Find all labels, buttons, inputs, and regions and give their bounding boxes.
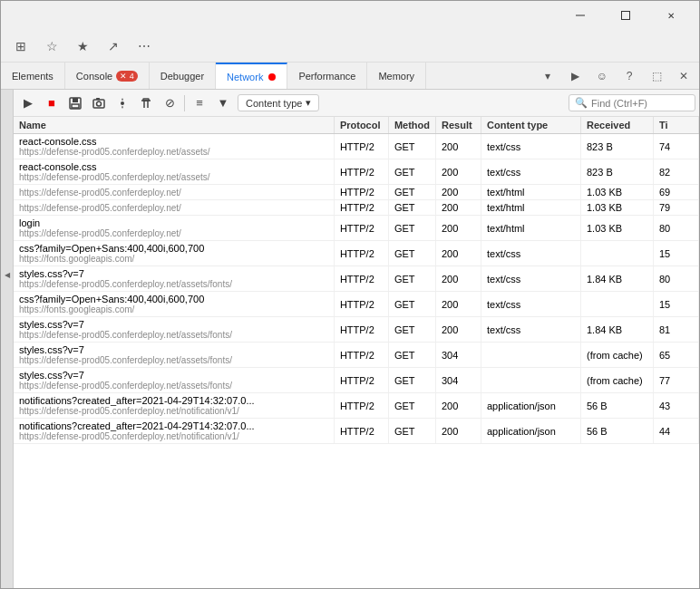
cell-result: 304 (436, 343, 481, 368)
more-icon[interactable]: ⋯ (131, 34, 157, 59)
toolbar-divider (184, 95, 185, 111)
cell-name: styles.css?v=7 (19, 268, 84, 279)
cell-time: 43 (654, 393, 699, 419)
table-row[interactable]: loginhttps://defense-prod05.conferdeploy… (14, 216, 699, 241)
col-header-time[interactable]: Ti (654, 117, 699, 134)
cell-protocol: HTTP/2 (334, 368, 388, 393)
star-icon[interactable]: ☆ (39, 34, 64, 59)
col-header-received[interactable]: Received (581, 117, 654, 134)
cell-received: 56 B (581, 393, 654, 419)
network-table: Name Protocol Method Result Content type… (14, 117, 699, 444)
col-header-method[interactable]: Method (388, 117, 435, 134)
cell-contenttype: text/html (481, 216, 581, 241)
table-row[interactable]: https://defense-prod05.conferdeploy.net/… (14, 185, 699, 200)
col-header-contenttype[interactable]: Content type (481, 117, 581, 134)
col-header-name[interactable]: Name (14, 117, 334, 134)
cell-protocol: HTTP/2 (334, 419, 388, 444)
cell-time: 81 (654, 317, 699, 343)
favorite-icon[interactable]: ★ (70, 34, 95, 59)
close-devtools-icon[interactable]: ✕ (672, 64, 695, 88)
filter-dropdown-button[interactable]: ▼ (212, 92, 234, 114)
tab-memory[interactable]: Memory (367, 63, 426, 89)
cell-method: GET (388, 419, 435, 444)
table-row[interactable]: notifications?created_after=2021-04-29T1… (14, 393, 699, 419)
play-icon[interactable]: ▶ (563, 64, 587, 88)
svg-rect-1 (622, 12, 630, 20)
table-row[interactable]: https://defense-prod05.conferdeploy.net/… (14, 200, 699, 216)
bookmark-icon[interactable]: ⊞ (8, 34, 34, 59)
cell-url: https://defense-prod05.conferdeploy.net/ (19, 188, 328, 198)
cell-name: styles.css?v=7 (19, 319, 84, 330)
minimize-button[interactable] (559, 1, 601, 30)
search-box[interactable]: 🔍 (569, 94, 695, 111)
screenshot-button[interactable] (88, 92, 110, 114)
filter-icon[interactable]: ▾ (536, 64, 559, 88)
cell-protocol: HTTP/2 (334, 317, 388, 343)
help-icon[interactable]: ? (617, 64, 641, 88)
share-icon[interactable]: ↗ (101, 34, 126, 59)
left-panel: ◀ (1, 90, 14, 588)
cell-received (581, 241, 654, 266)
play-pause-button[interactable]: ▶ (17, 92, 39, 114)
tab-network[interactable]: Network (216, 63, 287, 89)
undock-icon[interactable]: ⬚ (645, 64, 668, 88)
cell-contenttype: text/css (481, 159, 581, 185)
panel-arrow-icon[interactable]: ◀ (5, 271, 10, 279)
maximize-button[interactable] (605, 1, 647, 30)
save-log-button[interactable] (64, 92, 86, 114)
table-row[interactable]: css?family=Open+Sans:400,400i,600,700htt… (14, 292, 699, 317)
tab-console-label: Console (76, 71, 112, 82)
table-row[interactable]: react-console.csshttps://defense-prod05.… (14, 159, 699, 185)
devtools-tabs: Elements Console ✕ 4 Debugger Network Pe… (1, 63, 699, 90)
cell-url: https://fonts.googleapis.com/ (19, 254, 328, 264)
cell-result: 200 (436, 200, 481, 216)
table-row[interactable]: css?family=Open+Sans:400,400i,600,700htt… (14, 241, 699, 266)
cell-method: GET (388, 393, 435, 419)
tab-performance[interactable]: Performance (287, 63, 367, 89)
search-input[interactable] (591, 98, 689, 109)
cell-url: https://defense-prod05.conferdeploy.net/… (19, 431, 328, 441)
tab-performance-label: Performance (298, 71, 355, 82)
devtools-panel: ▶ ■ ⊘ ≡ ▼ Content type (14, 90, 699, 588)
cell-received: 1.03 KB (581, 185, 654, 200)
table-row[interactable]: styles.css?v=7https://defense-prod05.con… (14, 266, 699, 292)
cell-result: 200 (436, 159, 481, 185)
table-row[interactable]: styles.css?v=7https://defense-prod05.con… (14, 343, 699, 368)
cell-method: GET (388, 159, 435, 185)
tab-debugger[interactable]: Debugger (150, 63, 216, 89)
cell-contenttype: text/html (481, 200, 581, 216)
col-header-result[interactable]: Result (436, 117, 481, 134)
block-requests-button[interactable]: ⊘ (159, 92, 180, 114)
cell-protocol: HTTP/2 (334, 343, 388, 368)
table-row[interactable]: notifications?created_after=2021-04-29T1… (14, 419, 699, 444)
cell-name: css?family=Open+Sans:400,400i,600,700 (19, 294, 204, 304)
content-type-filter-button[interactable]: Content type ▾ (238, 94, 319, 111)
cell-contenttype: text/css (481, 241, 581, 266)
cell-url: https://defense-prod05.conferdeploy.net/… (19, 406, 328, 416)
col-header-protocol[interactable]: Protocol (334, 117, 388, 134)
cell-url: https://defense-prod05.conferdeploy.net/… (19, 147, 328, 157)
settings-button[interactable] (112, 92, 133, 114)
table-row[interactable]: styles.css?v=7https://defense-prod05.con… (14, 317, 699, 343)
list-view-button[interactable]: ≡ (189, 92, 210, 114)
cell-protocol: HTTP/2 (334, 159, 388, 185)
tab-memory-label: Memory (378, 71, 414, 82)
cell-name: react-console.css (19, 161, 97, 172)
browser-window: ✕ ⊞ ☆ ★ ↗ ⋯ Elements Console ✕ 4 Debugge… (0, 0, 700, 589)
svg-rect-4 (72, 104, 79, 108)
cell-time: 65 (654, 343, 699, 368)
clear-button[interactable] (135, 92, 157, 114)
tab-elements[interactable]: Elements (1, 63, 65, 89)
cell-method: GET (388, 343, 435, 368)
cell-time: 15 (654, 292, 699, 317)
table-row[interactable]: react-console.csshttps://defense-prod05.… (14, 134, 699, 159)
table-row[interactable]: styles.css?v=7https://defense-prod05.con… (14, 368, 699, 393)
close-button[interactable]: ✕ (650, 1, 692, 30)
network-table-container[interactable]: Name Protocol Method Result Content type… (14, 117, 699, 588)
emoji-icon[interactable]: ☺ (590, 64, 614, 88)
cell-protocol: HTTP/2 (334, 292, 388, 317)
stop-recording-button[interactable]: ■ (41, 92, 63, 114)
cell-result: 200 (436, 241, 481, 266)
tab-console[interactable]: Console ✕ 4 (65, 63, 150, 89)
search-icon: 🔍 (575, 97, 588, 109)
